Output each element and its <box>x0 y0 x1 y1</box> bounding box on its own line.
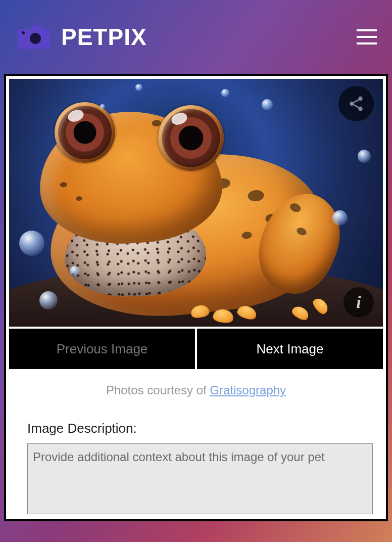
svg-point-0 <box>358 97 363 101</box>
info-icon: i <box>356 293 361 312</box>
share-icon <box>348 95 365 112</box>
description-section: Image Description: <box>9 421 383 516</box>
description-input[interactable] <box>27 443 373 514</box>
app-header: PETPIX <box>0 0 392 74</box>
camera-icon <box>18 25 50 49</box>
credit-prefix: Photos courtesy of <box>106 383 210 397</box>
svg-point-2 <box>358 107 363 111</box>
next-image-button[interactable]: Next Image <box>197 329 383 369</box>
brand-title: PETPIX <box>61 23 147 51</box>
pet-image: i <box>9 79 383 327</box>
info-button[interactable]: i <box>344 287 374 318</box>
brand: PETPIX <box>18 23 147 51</box>
previous-image-button[interactable]: Previous Image <box>9 329 195 369</box>
svg-point-1 <box>350 102 354 106</box>
description-label: Image Description: <box>27 421 365 436</box>
photo-credit: Photos courtesy of Gratisography <box>9 383 383 397</box>
share-button[interactable] <box>338 86 374 121</box>
pet-card: i Previous Image Next Image Photos court… <box>4 74 388 521</box>
credit-link[interactable]: Gratisography <box>210 383 286 397</box>
image-nav: Previous Image Next Image <box>9 329 383 369</box>
menu-icon[interactable] <box>357 29 377 44</box>
